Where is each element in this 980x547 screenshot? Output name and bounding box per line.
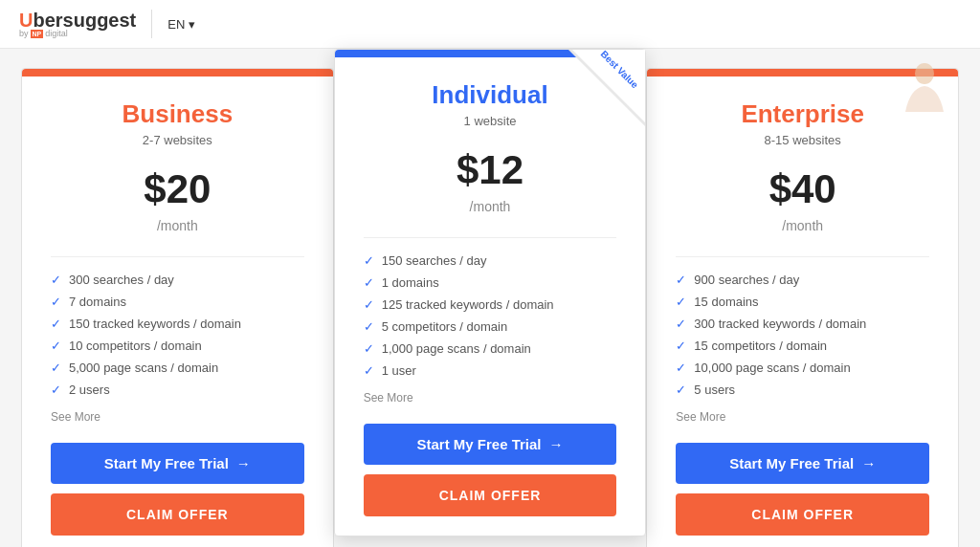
business-title: Business [51,99,304,129]
individual-see-more[interactable]: See More [364,391,617,405]
best-value-badge: Best Value [568,50,645,126]
logo-brand: digital [45,30,68,38]
check-icon: ✓ [51,361,61,375]
individual-trial-button[interactable]: Start My Free Trial → [364,424,617,465]
chevron-down-icon: ▾ [189,17,195,32]
check-icon: ✓ [51,383,61,397]
check-icon: ✓ [676,295,686,309]
list-item: ✓2 users [51,383,304,397]
logo-by: by [19,30,29,38]
check-icon: ✓ [676,361,686,375]
individual-price-period: /month [364,199,617,214]
list-item: ✓10 competitors / domain [51,339,304,353]
enterprise-card: Enterprise 8-15 websites $40 /month ✓900… [646,68,959,547]
list-item: ✓15 competitors / domain [676,339,929,353]
list-item: ✓300 searches / day [51,273,304,287]
check-icon: ✓ [51,295,61,309]
business-see-more[interactable]: See More [51,410,304,424]
logo-sub: by NP digital [19,30,136,38]
list-item: ✓5 competitors / domain [364,319,617,334]
logo-brand-box: NP [31,30,44,38]
business-divider [51,256,304,257]
check-icon: ✓ [676,339,686,353]
header: Ubersuggest by NP digital EN ▾ [0,0,980,49]
list-item: ✓5 users [676,383,929,397]
enterprise-price: $40 [676,166,929,212]
business-subtitle: 2-7 websites [51,133,304,147]
enterprise-see-more[interactable]: See More [676,410,929,424]
list-item: ✓900 searches / day [676,273,929,287]
list-item: ✓15 domains [676,295,929,309]
individual-card: Best Value Individual 1 website $12 /mon… [334,49,647,536]
best-value-text: Best Value [598,50,641,91]
enterprise-card-body: Enterprise 8-15 websites $40 /month ✓900… [647,77,958,547]
list-item: ✓150 searches / day [364,253,617,268]
enterprise-claim-button[interactable]: CLAIM OFFER [676,493,929,536]
individual-divider [364,237,617,238]
individual-card-body: Individual 1 website $12 /month ✓150 sea… [335,57,646,536]
enterprise-divider [676,256,929,257]
check-icon: ✓ [364,363,374,378]
list-item: ✓1 user [364,363,617,378]
list-item: ✓150 tracked keywords / domain [51,317,304,331]
business-trial-button[interactable]: Start My Free Trial → [51,443,304,484]
check-icon: ✓ [51,273,61,287]
individual-features-list: ✓150 searches / day ✓1 domains ✓125 trac… [364,253,617,378]
individual-claim-button[interactable]: CLAIM OFFER [364,474,617,516]
check-icon: ✓ [364,319,374,334]
logo-name: Ubersuggest [19,11,136,30]
arrow-right-icon: → [861,455,876,471]
enterprise-trial-button[interactable]: Start My Free Trial → [676,443,929,484]
logo: Ubersuggest by NP digital [19,11,136,38]
check-icon: ✓ [51,317,61,331]
business-price: $20 [51,166,304,212]
check-icon: ✓ [364,341,374,356]
list-item: ✓125 tracked keywords / domain [364,297,617,312]
check-icon: ✓ [364,275,374,290]
individual-price: $12 [364,147,617,193]
check-icon: ✓ [364,297,374,312]
business-card-body: Business 2-7 websites $20 /month ✓300 se… [22,77,333,547]
list-item: ✓1 domains [364,275,617,290]
business-claim-button[interactable]: CLAIM OFFER [51,493,304,536]
enterprise-subtitle: 8-15 websites [676,133,929,147]
check-icon: ✓ [676,273,686,287]
individual-price-amount: $12 [457,147,523,192]
list-item: ✓7 domains [51,295,304,309]
enterprise-features-list: ✓900 searches / day ✓15 domains ✓300 tra… [676,273,929,397]
check-icon: ✓ [676,317,686,331]
business-top-bar [22,69,333,77]
enterprise-price-period: /month [676,218,929,233]
language-selector[interactable]: EN ▾ [167,17,195,32]
check-icon: ✓ [51,339,61,353]
svg-point-0 [915,63,934,84]
check-icon: ✓ [364,253,374,268]
list-item: ✓10,000 page scans / domain [676,361,929,375]
main-content: Business 2-7 websites $20 /month ✓300 se… [0,49,980,547]
enterprise-price-amount: $40 [769,166,836,211]
lang-label: EN [167,17,185,32]
list-item: ✓5,000 page scans / domain [51,361,304,375]
enterprise-decoration [901,59,948,117]
list-item: ✓300 tracked keywords / domain [676,317,929,331]
arrow-right-icon: → [236,455,251,471]
check-icon: ✓ [676,383,686,397]
arrow-right-icon: → [549,436,564,452]
business-features-list: ✓300 searches / day ✓7 domains ✓150 trac… [51,273,304,397]
business-card: Business 2-7 websites $20 /month ✓300 se… [21,68,334,547]
enterprise-title: Enterprise [676,99,929,129]
business-price-amount: $20 [144,166,211,211]
business-price-period: /month [51,218,304,233]
pricing-cards: Business 2-7 websites $20 /month ✓300 se… [21,68,959,547]
list-item: ✓1,000 page scans / domain [364,341,617,356]
header-divider [151,10,152,38]
